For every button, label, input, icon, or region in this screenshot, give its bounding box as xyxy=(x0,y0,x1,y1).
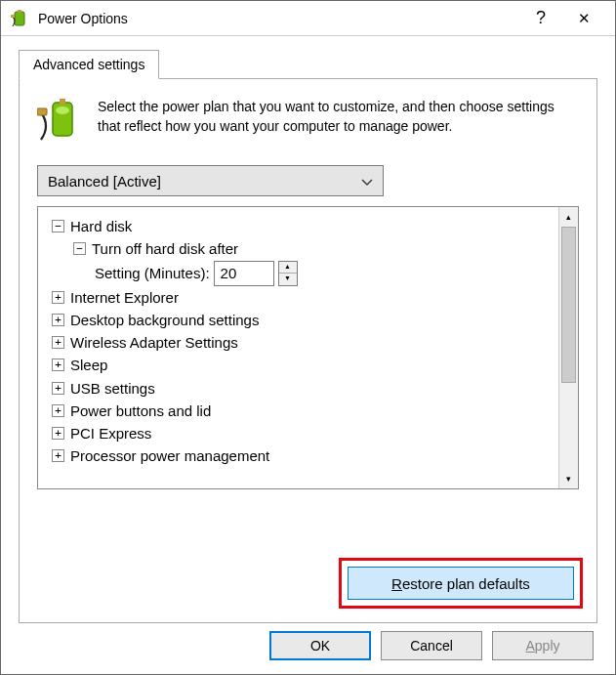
tree-node-pci-express[interactable]: + PCI Express xyxy=(52,422,554,444)
tree-node-turn-off-hard-disk[interactable]: − Turn off hard disk after xyxy=(73,237,554,260)
svg-rect-2 xyxy=(11,15,15,18)
spinner-up-icon[interactable]: ▲ xyxy=(279,262,297,274)
tree-setting-minutes: Setting (Minutes): ▲ ▼ xyxy=(95,261,554,286)
apply-mnemonic: A xyxy=(525,638,534,654)
settings-tree: − Hard disk − Turn off hard disk after S… xyxy=(37,206,579,489)
tree-label: Wireless Adapter Settings xyxy=(70,331,238,354)
spinner-down-icon[interactable]: ▼ xyxy=(279,274,297,285)
tree-content: − Hard disk − Turn off hard disk after S… xyxy=(38,207,558,488)
minutes-spinner[interactable]: ▲ ▼ xyxy=(278,261,298,286)
restore-mnemonic: R xyxy=(391,575,402,592)
client-area: Advanced settings Select the power plan … xyxy=(1,36,615,639)
tree-label: Turn off hard disk after xyxy=(92,237,238,260)
tree-node-power-buttons-lid[interactable]: + Power buttons and lid xyxy=(52,400,554,422)
chevron-down-icon xyxy=(361,173,373,190)
plan-select[interactable]: Balanced [Active] xyxy=(37,165,384,196)
help-button[interactable]: ? xyxy=(519,3,562,34)
svg-rect-6 xyxy=(37,108,47,115)
window-title: Power Options xyxy=(38,11,519,26)
tree-label: Internet Explorer xyxy=(70,286,179,309)
vertical-scrollbar[interactable]: ▴ ▾ xyxy=(558,207,578,488)
intro-text: Select the power plan that you want to c… xyxy=(98,97,579,148)
cancel-button[interactable]: Cancel xyxy=(381,631,482,660)
expand-icon[interactable]: + xyxy=(52,336,64,349)
plan-selected-label: Balanced [Active] xyxy=(48,173,161,190)
intro-row: Select the power plan that you want to c… xyxy=(37,97,579,148)
expand-icon[interactable]: + xyxy=(52,291,64,304)
battery-icon xyxy=(11,9,30,28)
tree-node-sleep[interactable]: + Sleep xyxy=(52,354,554,376)
tab-header: Advanced settings xyxy=(19,50,597,79)
expand-icon[interactable]: + xyxy=(52,359,64,371)
ok-button[interactable]: OK xyxy=(269,631,371,660)
expand-icon[interactable]: + xyxy=(52,427,64,440)
tree-label: Sleep xyxy=(70,354,107,376)
expand-icon[interactable]: + xyxy=(52,314,64,326)
tab-advanced-settings[interactable]: Advanced settings xyxy=(19,50,159,79)
tree-label: Power buttons and lid xyxy=(70,400,211,422)
tree-label: Desktop background settings xyxy=(70,309,259,331)
svg-point-5 xyxy=(56,106,69,114)
tab-body: Select the power plan that you want to c… xyxy=(19,78,597,623)
battery-plug-icon xyxy=(37,97,84,148)
apply-label-rest: pply xyxy=(535,638,560,654)
tree-node-internet-explorer[interactable]: + Internet Explorer xyxy=(52,286,554,309)
minutes-input[interactable] xyxy=(214,261,274,286)
scroll-thumb[interactable] xyxy=(561,227,576,383)
expand-icon[interactable]: + xyxy=(52,449,64,462)
tree-node-usb-settings[interactable]: + USB settings xyxy=(52,377,554,400)
svg-rect-0 xyxy=(15,12,24,25)
collapse-icon[interactable]: − xyxy=(52,220,64,232)
expand-icon[interactable]: + xyxy=(52,404,64,417)
restore-highlight-box: Restore plan defaults xyxy=(339,558,583,609)
restore-plan-defaults-button[interactable]: Restore plan defaults xyxy=(348,567,574,600)
setting-label: Setting (Minutes): xyxy=(95,262,210,284)
expand-icon[interactable]: + xyxy=(52,382,64,395)
dialog-footer: OK Cancel Apply xyxy=(269,631,594,660)
tree-label: USB settings xyxy=(70,377,155,400)
restore-label-rest: estore plan defaults xyxy=(402,575,530,592)
tree-label: PCI Express xyxy=(70,422,151,444)
tree-node-processor-power[interactable]: + Processor power management xyxy=(52,444,554,467)
scroll-down-icon[interactable]: ▾ xyxy=(559,469,578,488)
tree-node-hard-disk[interactable]: − Hard disk xyxy=(52,215,554,237)
close-button[interactable]: ✕ xyxy=(562,3,605,34)
tree-label: Hard disk xyxy=(70,215,132,237)
titlebar: Power Options ? ✕ xyxy=(1,1,615,36)
tree-node-wireless-adapter[interactable]: + Wireless Adapter Settings xyxy=(52,331,554,354)
svg-rect-1 xyxy=(18,10,21,13)
collapse-icon[interactable]: − xyxy=(73,242,86,255)
svg-rect-4 xyxy=(60,99,65,105)
apply-button[interactable]: Apply xyxy=(492,631,594,660)
power-options-window: Power Options ? ✕ Advanced settings xyxy=(0,0,616,675)
tree-node-desktop-background[interactable]: + Desktop background settings xyxy=(52,309,554,331)
tree-label: Processor power management xyxy=(70,444,269,467)
scroll-up-icon[interactable]: ▴ xyxy=(559,207,578,227)
